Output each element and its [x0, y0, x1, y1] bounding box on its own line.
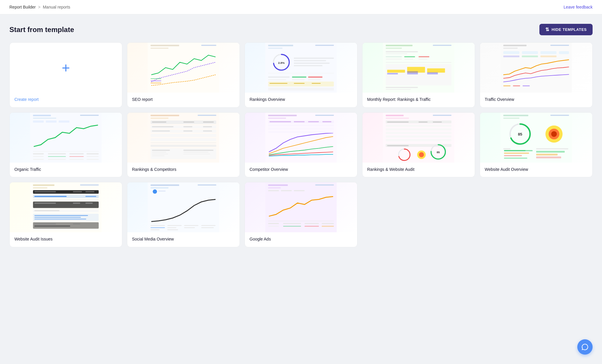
leave-feedback-button[interactable]: Leave feedback — [563, 5, 593, 9]
svg-rect-41 — [419, 59, 427, 59]
svg-rect-192 — [34, 223, 56, 225]
svg-rect-101 — [203, 130, 212, 131]
template-name-monthly-report: Monthly Report: Rankings & Traffic — [367, 97, 431, 102]
template-info-website-audit-issues: Website Audit Issues — [10, 232, 122, 247]
svg-rect-59 — [559, 51, 569, 54]
svg-rect-132 — [419, 121, 427, 123]
svg-rect-169 — [33, 184, 54, 186]
template-preview-rankings-website-audit: 85 — [362, 113, 475, 163]
template-name-rankings-overview: Rankings Overview — [250, 97, 285, 102]
svg-rect-14 — [294, 58, 334, 59]
svg-rect-32 — [386, 48, 402, 49]
svg-rect-16 — [294, 63, 330, 64]
svg-rect-61 — [522, 56, 538, 57]
svg-rect-4 — [150, 78, 161, 79]
template-name-rankings-website-audit: Rankings & Website Audit — [367, 167, 414, 172]
svg-rect-151 — [551, 115, 569, 116]
svg-rect-211 — [265, 182, 337, 232]
breadcrumb-home[interactable]: Report Builder — [9, 5, 36, 9]
svg-rect-137 — [386, 135, 451, 137]
hide-templates-label: HIDE TEMPLATES — [552, 27, 587, 32]
svg-rect-177 — [34, 196, 66, 197]
svg-rect-116 — [268, 118, 286, 119]
svg-rect-190 — [34, 219, 86, 219]
svg-rect-103 — [150, 138, 216, 141]
svg-rect-149 — [503, 115, 528, 116]
svg-rect-57 — [522, 51, 538, 54]
svg-rect-24 — [308, 79, 320, 80]
hide-templates-button[interactable]: ⇅ HIDE TEMPLATES — [539, 24, 593, 35]
svg-rect-161 — [504, 153, 529, 154]
section-title: Start from template — [9, 26, 74, 34]
svg-rect-64 — [513, 86, 520, 86]
svg-rect-44 — [387, 70, 405, 73]
template-card-website-audit-overview[interactable]: 85 Website Audit Overview — [480, 112, 593, 178]
svg-rect-3 — [201, 45, 216, 46]
template-card-rankings-website-audit[interactable]: 85 Rankings & Website Audit — [362, 112, 475, 178]
template-card-rankings-overview[interactable]: 2.8% Rankings Overview — [245, 42, 357, 108]
template-preview-monthly-report — [362, 43, 475, 93]
template-card-google-ads[interactable]: Google Ads — [245, 182, 357, 247]
svg-rect-36 — [386, 56, 402, 57]
chat-bubble-button[interactable] — [577, 339, 593, 355]
template-card-social-media-overview[interactable]: Social Media Overview — [127, 182, 240, 247]
template-card-competitor-overview[interactable]: Competitor Overview — [245, 112, 357, 178]
svg-rect-209 — [150, 229, 159, 230]
svg-rect-222 — [322, 223, 334, 224]
template-info-rankings-overview: Rankings Overview — [245, 93, 357, 107]
template-card-seo-report[interactable]: SEO report — [127, 42, 240, 108]
svg-rect-133 — [433, 121, 442, 123]
svg-rect-213 — [268, 187, 281, 188]
template-preview-rankings-overview: 2.8% — [245, 43, 357, 93]
svg-rect-173 — [34, 191, 56, 193]
svg-point-199 — [153, 189, 157, 194]
svg-rect-120 — [294, 121, 305, 122]
svg-rect-196 — [150, 184, 179, 186]
svg-rect-76 — [69, 153, 84, 154]
svg-rect-73 — [33, 151, 98, 151]
svg-rect-171 — [80, 184, 99, 186]
svg-point-147 — [419, 152, 424, 157]
template-card-website-audit-issues[interactable]: Website Audit Issues — [9, 182, 122, 247]
svg-rect-193 — [73, 223, 80, 225]
svg-rect-212 — [268, 184, 288, 186]
template-info-competitor-overview: Competitor Overview — [245, 163, 357, 177]
svg-rect-51 — [386, 89, 411, 90]
template-info-google-ads: Google Ads — [245, 232, 357, 247]
svg-point-157 — [551, 131, 557, 137]
svg-rect-70 — [33, 120, 44, 122]
svg-rect-138 — [386, 139, 451, 141]
svg-rect-226 — [322, 226, 334, 226]
svg-rect-104 — [150, 143, 216, 143]
svg-rect-117 — [315, 115, 334, 116]
template-card-organic-traffic[interactable]: Organic Traffic — [9, 112, 122, 178]
svg-rect-178 — [86, 196, 96, 197]
svg-rect-53 — [503, 45, 526, 46]
template-card-rankings-competitors[interactable]: Rankings & Competitors — [127, 112, 240, 178]
svg-rect-33 — [433, 45, 452, 46]
template-card-monthly-report[interactable]: Monthly Report: Rankings & Traffic — [362, 42, 475, 108]
svg-rect-65 — [523, 86, 530, 86]
svg-rect-15 — [294, 60, 326, 61]
svg-rect-55 — [551, 45, 569, 46]
svg-rect-91 — [152, 121, 166, 123]
template-card-traffic-overview[interactable]: Traffic Overview — [480, 42, 593, 108]
svg-rect-123 — [268, 124, 334, 126]
svg-rect-84 — [69, 159, 84, 159]
svg-rect-9 — [268, 48, 282, 49]
svg-rect-49 — [427, 72, 438, 74]
template-preview-seo-report — [127, 43, 240, 93]
svg-rect-6 — [150, 83, 161, 83]
svg-rect-39 — [386, 59, 402, 59]
svg-rect-217 — [294, 190, 305, 191]
svg-rect-96 — [183, 126, 192, 127]
svg-rect-81 — [86, 156, 98, 157]
svg-rect-48 — [407, 71, 418, 74]
svg-rect-184 — [34, 205, 70, 206]
template-preview-google-ads — [245, 182, 357, 232]
template-name-website-audit-issues: Website Audit Issues — [14, 237, 53, 241]
svg-rect-82 — [33, 159, 44, 159]
create-report-card[interactable]: + Create report — [9, 42, 122, 108]
svg-rect-162 — [504, 155, 522, 156]
svg-rect-215 — [268, 190, 279, 191]
